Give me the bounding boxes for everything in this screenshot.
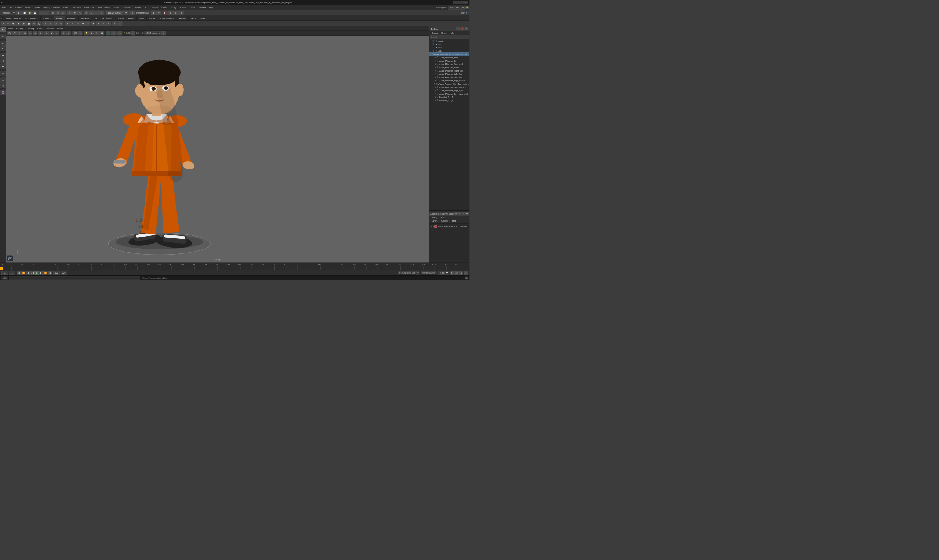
- tab-redshift[interactable]: Redshift: [176, 16, 189, 20]
- menu-help[interactable]: Help: [208, 6, 215, 9]
- tree-item-hair[interactable]: ▶ Asian_Prisoner_Boy_hair: [429, 75, 470, 79]
- vp-expose-btn[interactable]: ⊕: [117, 31, 122, 35]
- tab-fx-caching[interactable]: FX Caching: [99, 16, 114, 20]
- tab-motion-graphics[interactable]: Motion Graphics: [157, 16, 177, 20]
- tree-item-side[interactable]: ◆ side: [429, 49, 470, 52]
- select-tool[interactable]: [1, 27, 6, 32]
- tree-item-jaw-top[interactable]: ▶ Asian_Prisoner_Boy_Jaw_top: [429, 85, 470, 89]
- shelf-btn-6[interactable]: ⬤: [26, 21, 31, 26]
- menu-generate[interactable]: Generate: [148, 6, 160, 9]
- shelf-btn-5[interactable]: ◈: [21, 21, 26, 26]
- vp-xray-btn[interactable]: ⊕: [32, 31, 37, 35]
- tree-item-leash[interactable]: ▶ Asian_Prisoner_Boy_leash: [429, 62, 470, 66]
- menu-display[interactable]: Display: [42, 6, 51, 9]
- menu-cache[interactable]: Cache: [160, 6, 169, 9]
- vp-grid-btn[interactable]: #: [17, 31, 22, 35]
- next-keyframe-btn[interactable]: ⏩: [43, 271, 47, 275]
- step-forward-btn[interactable]: ▶: [39, 271, 43, 275]
- vp-shading-btn[interactable]: ◑: [89, 31, 94, 35]
- tree-item-bracelet-2[interactable]: ▶ Bracelet_Top_2: [429, 98, 470, 102]
- tab-mash[interactable]: MASH: [147, 16, 157, 20]
- viewport-menu-panels[interactable]: Panels: [56, 27, 65, 30]
- shelf-btn-7[interactable]: ⊠: [32, 21, 36, 26]
- vp-motion-trail-btn[interactable]: ∿: [78, 31, 83, 35]
- tree-item-right-top[interactable]: ▶ Asian_Prisoner_Right_Top: [429, 69, 470, 72]
- paint-select-tool[interactable]: [1, 34, 6, 39]
- menu-deform[interactable]: Deform: [133, 6, 142, 9]
- menu-edit-mesh[interactable]: Edit Mesh: [70, 6, 82, 9]
- menu-window[interactable]: Window: [51, 6, 62, 9]
- render-view-btn[interactable]: [1, 90, 6, 95]
- end-frame-input[interactable]: [60, 271, 67, 275]
- shelf-rig-11[interactable]: ✭: [96, 21, 100, 26]
- render-settings-btn[interactable]: ⚙: [179, 11, 184, 15]
- menu-3dtoall[interactable]: 3DtoAll: [178, 6, 188, 9]
- prev-keyframe-btn[interactable]: ⏪: [21, 271, 25, 275]
- paint-select-btn[interactable]: 🖌: [61, 11, 66, 15]
- save-scene-btn[interactable]: 💾: [32, 11, 37, 15]
- tree-item-pants[interactable]: ▶ Asian_Prisoner_Pants: [429, 66, 470, 69]
- shelf-rig-5[interactable]: ✦: [65, 21, 70, 26]
- workspace-dropdown[interactable]: Maya User: [449, 6, 465, 9]
- menu-surfaces[interactable]: Surfaces: [121, 6, 132, 9]
- char-set-dropdown-btn[interactable]: ▼: [416, 271, 419, 275]
- vp-paint-btn[interactable]: 🖌: [49, 31, 54, 35]
- play-forward-btn[interactable]: ▶: [34, 271, 39, 275]
- menu-modify[interactable]: Modify: [32, 6, 41, 9]
- vp-light-mode-btn[interactable]: 💡: [84, 31, 89, 35]
- go-end-btn[interactable]: ⏭: [48, 271, 52, 275]
- paint-tool[interactable]: [1, 46, 6, 51]
- open-scene-btn[interactable]: 📂: [28, 11, 32, 15]
- outliner-tab-help[interactable]: Help: [449, 32, 455, 34]
- shelf-btn-2[interactable]: ⬡: [6, 21, 11, 26]
- shelf-rigging-4[interactable]: ◎: [59, 21, 63, 26]
- tab-sculpting[interactable]: Sculpting: [40, 16, 53, 20]
- snap-grid-btn[interactable]: #: [84, 11, 89, 15]
- fps-dropdown[interactable]: 24 fps: [438, 271, 449, 275]
- outliner-edit-btn[interactable]: ✏: [464, 27, 468, 31]
- shelf-rig-8[interactable]: ✪: [80, 21, 85, 26]
- vp-film-btn[interactable]: 🎬: [12, 31, 17, 35]
- tree-item-boy[interactable]: ▶ Asian_Prisoner_Boy: [429, 59, 470, 62]
- vp-wire-btn[interactable]: ⊞: [22, 31, 27, 35]
- snap-surface-btn[interactable]: ◎: [99, 11, 104, 15]
- tab-fx[interactable]: FX: [92, 16, 99, 20]
- vp-smooth-btn[interactable]: ⊙: [28, 31, 32, 35]
- play-back-btn[interactable]: ◀◀: [30, 271, 34, 275]
- vp-paint-attr-btn[interactable]: ◌: [55, 31, 59, 35]
- shelf-rig-6[interactable]: ✧: [70, 21, 75, 26]
- shelf-btn-3[interactable]: ⬢: [11, 21, 16, 26]
- tree-item-jaw-bottom[interactable]: ▶ Asian_Prisoner_Boy_Jaw_bottom: [429, 82, 470, 85]
- tree-item-front[interactable]: ◆ front: [429, 46, 470, 49]
- cb-extra-tab-help[interactable]: Help: [450, 219, 458, 222]
- go-start-btn[interactable]: ⏮: [17, 271, 21, 275]
- vp-color-settings-btn[interactable]: ▼: [161, 31, 166, 35]
- ipr-render-btn[interactable]: ◈: [173, 11, 178, 15]
- tree-item-persp[interactable]: ◆ persp: [429, 39, 470, 43]
- tab-bifrost[interactable]: Bifrost: [137, 16, 147, 20]
- cb-layer-btn[interactable]: ⊞: [455, 212, 458, 215]
- workspace-lock-icon[interactable]: 🔒: [466, 6, 469, 9]
- shelf-add-plus[interactable]: +: [113, 21, 117, 26]
- menu-mesh[interactable]: Mesh: [62, 6, 70, 9]
- redo-btn[interactable]: ↪: [44, 11, 49, 15]
- layer-v-label[interactable]: V: [431, 226, 432, 228]
- lasso-tool-btn[interactable]: ⊘: [56, 11, 60, 15]
- viewport-menu-view[interactable]: View: [7, 27, 14, 30]
- time-editor-btn[interactable]: ≡: [464, 271, 468, 275]
- outliner-tab-display[interactable]: Display: [430, 32, 439, 34]
- viewport-canvas[interactable]: CO UN TY: [6, 35, 429, 263]
- sculpt-tool[interactable]: [1, 41, 6, 46]
- new-scene-btn[interactable]: 📄: [22, 11, 27, 15]
- select-tool-btn[interactable]: ⊕: [51, 11, 56, 15]
- shelf-rigging-2[interactable]: ⊟: [48, 21, 53, 26]
- shelf-rig-7[interactable]: ✩: [75, 21, 80, 26]
- viewport-menu-renderer[interactable]: Renderer: [44, 27, 56, 30]
- vp-gamma-icon[interactable]: γ: [131, 31, 136, 35]
- shelf-btn-8[interactable]: ⬕: [37, 21, 42, 26]
- shelf-rig-13[interactable]: ✯: [106, 21, 111, 26]
- menu-edit[interactable]: Edit: [7, 6, 14, 9]
- playback-settings-btn[interactable]: ⚙: [459, 271, 463, 275]
- sound-btn[interactable]: 🔊: [455, 271, 459, 275]
- viewport-menu-shading[interactable]: Shading: [15, 27, 25, 30]
